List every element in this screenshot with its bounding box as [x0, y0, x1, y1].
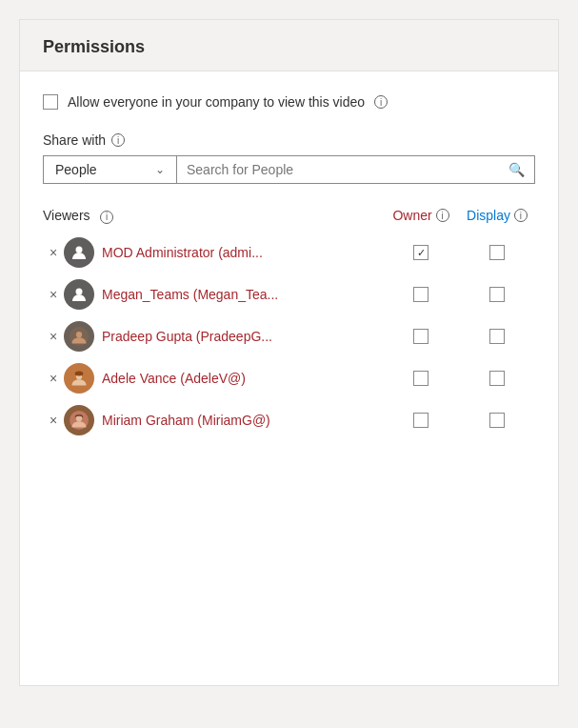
viewers-info-icon[interactable]: i [100, 211, 113, 224]
remove-user-button[interactable]: × [43, 413, 64, 428]
owner-col [383, 245, 459, 260]
owner-checkbox[interactable] [413, 245, 429, 260]
owner-info-icon[interactable]: i [436, 209, 449, 222]
svg-point-8 [76, 415, 82, 421]
user-name: Megan_Teams (Megan_Tea... [102, 287, 383, 302]
allow-everyone-info-icon[interactable]: i [374, 95, 388, 109]
allow-everyone-row: Allow everyone in your company to view t… [43, 94, 535, 110]
share-with-controls: People ⌄ 🔍 [43, 155, 535, 184]
owner-checkbox[interactable] [413, 329, 429, 344]
user-row: × MOD Administrator (admi... [43, 232, 535, 273]
allow-everyone-label: Allow everyone in your company to view t… [68, 94, 365, 110]
display-col [459, 287, 535, 302]
avatar [64, 279, 94, 310]
remove-user-button[interactable]: × [43, 371, 64, 386]
display-info-icon[interactable]: i [514, 209, 528, 222]
display-checkbox[interactable] [489, 329, 505, 344]
user-row: × Pradeep Gupta (PradeepG... [43, 315, 535, 357]
share-with-info-icon[interactable]: i [111, 133, 125, 147]
user-name: MOD Administrator (admi... [102, 245, 383, 260]
owner-col [383, 287, 459, 302]
search-input[interactable] [187, 162, 508, 177]
display-col [459, 371, 535, 386]
dropdown-text: People [55, 162, 148, 177]
owner-col [383, 371, 459, 386]
panel-header: Permissions [20, 20, 558, 71]
share-with-section: Share with i People ⌄ 🔍 [43, 132, 535, 184]
share-type-dropdown[interactable]: People ⌄ [44, 156, 177, 183]
display-col [459, 413, 535, 428]
remove-user-button[interactable]: × [43, 287, 64, 302]
owner-checkbox[interactable] [413, 371, 429, 386]
user-name: Pradeep Gupta (PradeepG... [102, 329, 383, 344]
display-checkbox[interactable] [489, 245, 505, 260]
allow-everyone-checkbox[interactable] [43, 94, 58, 110]
display-checkbox[interactable] [489, 371, 505, 386]
display-col [459, 329, 535, 344]
user-row: × Megan_Teams (Megan_Tea... [43, 273, 535, 315]
avatar [64, 405, 94, 435]
search-container: 🔍 [177, 156, 534, 183]
viewers-label: Viewers [43, 208, 90, 223]
column-headers: Viewers i Owner i Display i [43, 203, 535, 228]
display-column-header: Display i [459, 208, 535, 223]
remove-user-button[interactable]: × [43, 329, 64, 344]
owner-checkbox[interactable] [413, 287, 429, 302]
user-name: Adele Vance (AdeleV@) [102, 371, 383, 386]
avatar [64, 237, 94, 268]
svg-point-0 [76, 247, 83, 253]
svg-point-6 [75, 372, 84, 376]
owner-col [383, 413, 459, 428]
user-row: × Adele Vance (AdeleV@) [43, 357, 535, 399]
share-with-label: Share with i [43, 132, 535, 148]
owner-column-header: Owner i [383, 208, 459, 223]
search-icon[interactable]: 🔍 [508, 162, 525, 177]
user-name: Miriam Graham (MiriamG@) [102, 413, 383, 428]
user-row: × Miriam Graham (MiriamG@) [43, 399, 535, 441]
svg-point-1 [76, 289, 83, 295]
display-checkbox[interactable] [489, 287, 505, 302]
remove-user-button[interactable]: × [43, 245, 64, 260]
user-list: × MOD Administrator (admi...× Megan_Team… [43, 232, 535, 441]
avatar [64, 321, 94, 352]
owner-col [383, 329, 459, 344]
svg-point-3 [76, 332, 82, 337]
viewers-column-header: Viewers i [43, 207, 383, 224]
display-checkbox[interactable] [489, 413, 505, 428]
viewers-section: Viewers i Owner i Display i × MOD Admini… [43, 203, 535, 441]
permissions-panel: Permissions Allow everyone in your compa… [19, 19, 559, 686]
panel-body: Allow everyone in your company to view t… [20, 71, 558, 464]
panel-title: Permissions [43, 37, 145, 56]
display-col [459, 245, 535, 260]
owner-checkbox[interactable] [413, 413, 429, 428]
avatar [64, 363, 94, 394]
chevron-down-icon: ⌄ [155, 163, 165, 176]
